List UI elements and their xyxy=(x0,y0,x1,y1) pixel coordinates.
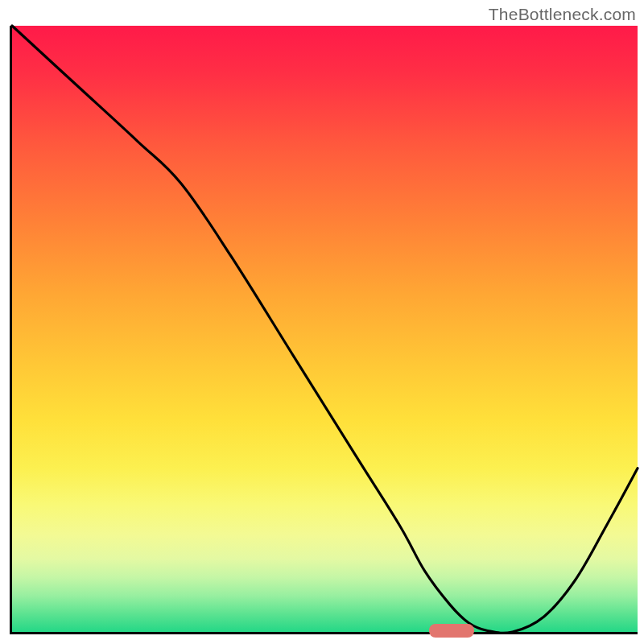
optimal-marker xyxy=(429,624,474,638)
bottleneck-curve xyxy=(12,26,638,633)
curve-svg xyxy=(12,26,638,632)
watermark-text: TheBottleneck.com xyxy=(489,5,636,24)
chart-plot-area xyxy=(10,26,638,634)
